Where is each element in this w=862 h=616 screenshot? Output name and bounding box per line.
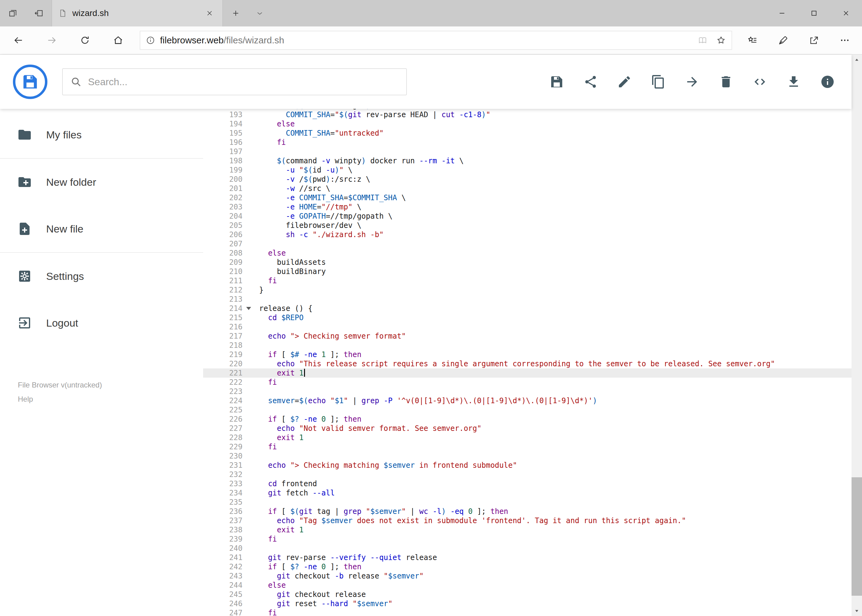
code-line[interactable]: 240	[203, 544, 851, 553]
address-bar[interactable]: filebrowser.web/files/wizard.sh	[140, 31, 732, 50]
new-tab-button[interactable]	[223, 0, 249, 27]
delete-button[interactable]	[719, 74, 733, 89]
code-line[interactable]: 205 filebrowser/dev \	[203, 221, 851, 230]
code-line[interactable]: 210 buildBinary	[203, 267, 851, 276]
code-line[interactable]: 236 if [ $(git tag | grep "$semver" | wc…	[203, 507, 851, 516]
code-line[interactable]: 217 echo "> Checking semver format"	[203, 332, 851, 341]
code-line[interactable]: 232	[203, 470, 851, 479]
code-line[interactable]: 211 fi	[203, 276, 851, 285]
code-line[interactable]: 228 exit 1	[203, 433, 851, 442]
scroll-down-arrow[interactable]	[851, 605, 862, 616]
code-line[interactable]: 231 echo "> Checking matching $semver in…	[203, 461, 851, 470]
code-line[interactable]: 207	[203, 239, 851, 248]
code-line[interactable]: 208 else	[203, 248, 851, 258]
code-line[interactable]: 229 fi	[203, 442, 851, 451]
set-tabs-aside-button[interactable]	[26, 0, 52, 27]
save-button[interactable]	[549, 74, 564, 89]
more-menu-button[interactable]	[829, 27, 860, 54]
tab-preview-toggle[interactable]	[249, 0, 271, 27]
code-line[interactable]: 196 fi	[203, 138, 851, 147]
code-line[interactable]: 247 fi	[203, 608, 851, 616]
code-line[interactable]: 234 git fetch --all	[203, 489, 851, 498]
browser-tab[interactable]: wizard.sh	[52, 0, 223, 27]
web-note-button[interactable]	[768, 27, 799, 54]
page-scrollbar[interactable]	[851, 55, 862, 616]
tab-close-button[interactable]	[203, 6, 216, 20]
home-button[interactable]	[102, 27, 135, 54]
code-line[interactable]: 241 git rev-parse --verify --quiet relea…	[203, 553, 851, 562]
code-line[interactable]: 194 else	[203, 119, 851, 129]
code-line[interactable]: 227 echo "Not valid semver format. See s…	[203, 424, 851, 433]
copy-button[interactable]	[651, 74, 666, 89]
scrollbar-thumb[interactable]	[851, 477, 862, 596]
code-line[interactable]: 209 buildAssets	[203, 258, 851, 267]
code-line[interactable]: 235	[203, 498, 851, 507]
sidebar-item-my-files[interactable]: My files	[0, 112, 203, 158]
code-line[interactable]: 199 -u "$(id -u)" \	[203, 165, 851, 175]
refresh-button[interactable]	[68, 27, 102, 54]
code-line[interactable]: 219 if [ $# -ne 1 ]; then	[203, 350, 851, 359]
move-button[interactable]	[685, 74, 700, 89]
code-line[interactable]: 213	[203, 295, 851, 304]
code-line[interactable]: 200 -v /$(pwd):/src:z \	[203, 175, 851, 184]
favorite-star-icon[interactable]	[716, 35, 726, 45]
code-line[interactable]: 221 exit 1	[203, 368, 851, 378]
maximize-button[interactable]	[798, 0, 830, 27]
code-line[interactable]: 198 $(command -v winpty) docker run --rm…	[203, 156, 851, 165]
back-button[interactable]	[2, 27, 35, 54]
code-line[interactable]: 204 -e GOPATH=//tmp/gopath \	[203, 212, 851, 221]
code-line[interactable]: 216	[203, 322, 851, 332]
code-line[interactable]: 214release () {	[203, 304, 851, 313]
code-line[interactable]: 206 sh -c "./wizard.sh -b"	[203, 230, 851, 239]
code-line[interactable]: 237 echo "Tag $semver does not exist in …	[203, 516, 851, 525]
sidebar-item-logout[interactable]: Logout	[0, 300, 203, 346]
code-line[interactable]: 218	[203, 341, 851, 350]
code-line[interactable]: 244 else	[203, 581, 851, 590]
hub-favorites-button[interactable]	[737, 27, 768, 54]
sidebar-item-new-file[interactable]: New file	[0, 206, 203, 252]
info-button[interactable]	[820, 74, 835, 89]
reading-view-icon[interactable]	[698, 35, 708, 45]
code-line[interactable]: 239 fi	[203, 534, 851, 544]
help-link[interactable]: Help	[18, 395, 33, 404]
code-line[interactable]: 245 git checkout release	[203, 590, 851, 599]
code-line[interactable]: 224 semver=$(echo "$1" | grep -P '^v(0|[…	[203, 396, 851, 405]
share-button[interactable]	[583, 74, 598, 89]
code-line[interactable]: 203 -e HOME="//tmp" \	[203, 202, 851, 212]
code-line[interactable]: 243 git checkout -b release "$semver"	[203, 571, 851, 581]
minimize-button[interactable]	[766, 0, 798, 27]
download-button[interactable]	[786, 74, 801, 89]
code-line[interactable]: 193 COMMIT_SHA="$(git rev-parse HEAD | c…	[203, 110, 851, 119]
code-line[interactable]: 222 fi	[203, 378, 851, 387]
code-line[interactable]: 233 cd frontend	[203, 479, 851, 489]
rename-button[interactable]	[617, 74, 632, 89]
code-line[interactable]: 242 if [ $? -ne 0 ]; then	[203, 562, 851, 571]
search-box[interactable]	[62, 68, 407, 95]
code-line[interactable]: 202 -e COMMIT_SHA=$COMMIT_SHA \	[203, 193, 851, 202]
sidebar-item-new-folder[interactable]: New folder	[0, 159, 203, 206]
code-line[interactable]: 215 cd $REPO	[203, 313, 851, 322]
search-input[interactable]	[88, 76, 399, 88]
site-info-icon[interactable]	[146, 36, 155, 45]
scroll-up-arrow[interactable]	[851, 55, 862, 65]
close-window-button[interactable]	[830, 0, 862, 27]
code-line[interactable]: 225	[203, 405, 851, 415]
code-line[interactable]: 220 echo "This release script requires a…	[203, 359, 851, 368]
code-line[interactable]: 195 COMMIT_SHA="untracked"	[203, 129, 851, 138]
code-editor[interactable]: 192 if [ "$(command -v git)" != "" ]; th…	[203, 109, 851, 616]
tabs-set-aside-button[interactable]	[0, 0, 26, 27]
code-line[interactable]: 197	[203, 147, 851, 156]
code-line[interactable]: 238 exit 1	[203, 525, 851, 534]
code-line[interactable]: 212}	[203, 285, 851, 295]
code-line[interactable]: 223	[203, 387, 851, 396]
code-line[interactable]: 201 -w //src \	[203, 184, 851, 193]
code-line[interactable]: 226 if [ $? -ne 0 ]; then	[203, 415, 851, 424]
code-line[interactable]: 246 git reset --hard "$semver"	[203, 599, 851, 608]
editor-mode-button[interactable]	[752, 74, 767, 89]
share-page-button[interactable]	[799, 27, 829, 54]
code-line[interactable]: 230	[203, 451, 851, 461]
app-logo[interactable]	[13, 64, 47, 99]
fold-arrow-icon[interactable]	[246, 307, 251, 310]
sidebar-item-settings[interactable]: Settings	[0, 253, 203, 300]
forward-button[interactable]	[35, 27, 68, 54]
